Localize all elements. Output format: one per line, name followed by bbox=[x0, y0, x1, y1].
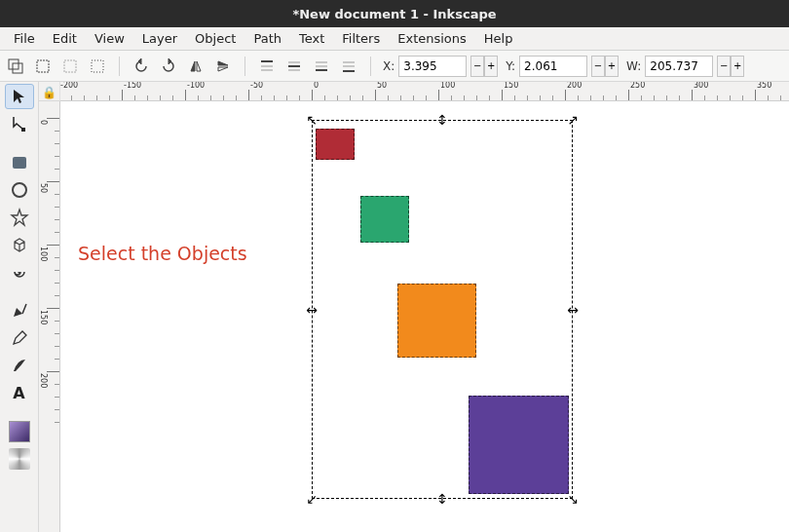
ruler-lock-corner[interactable]: 🔒 bbox=[39, 82, 60, 101]
svg-rect-1 bbox=[13, 63, 22, 73]
menu-help[interactable]: Help bbox=[476, 29, 521, 48]
svg-rect-3 bbox=[64, 60, 76, 72]
svg-rect-18 bbox=[13, 157, 26, 169]
gradient-tool[interactable] bbox=[5, 419, 34, 444]
w-decrement-button[interactable]: − bbox=[717, 56, 731, 77]
y-increment-button[interactable]: + bbox=[605, 56, 619, 77]
rectangle-tool[interactable] bbox=[5, 150, 34, 175]
ruler-tick: 100 bbox=[438, 82, 455, 100]
title-bar: *New document 1 - Inkscape bbox=[0, 0, 789, 27]
ruler-tick: 50 bbox=[375, 82, 387, 100]
x-decrement-button[interactable]: − bbox=[470, 56, 484, 77]
select-all-button[interactable] bbox=[33, 57, 53, 76]
ruler-tick: -200 bbox=[60, 82, 78, 100]
handle-nw[interactable]: ↖ bbox=[306, 114, 318, 126]
canvas[interactable]: Select the Objects ↖↕↗↔↘↕↙↔ bbox=[60, 101, 789, 532]
gradient-swatch-icon bbox=[9, 421, 30, 442]
flip-horizontal-button[interactable] bbox=[186, 57, 206, 76]
separator bbox=[370, 57, 371, 76]
svg-rect-2 bbox=[37, 60, 49, 72]
x-label: X: bbox=[383, 59, 394, 73]
ruler-tick: 250 bbox=[628, 82, 645, 100]
lock-icon: 🔒 bbox=[42, 86, 56, 99]
ellipse-tool[interactable] bbox=[5, 177, 34, 203]
ruler-tick: 50 bbox=[39, 181, 59, 193]
selector-tool[interactable] bbox=[5, 84, 34, 109]
menu-path[interactable]: Path bbox=[245, 29, 289, 48]
lower-button[interactable] bbox=[312, 57, 331, 76]
svg-rect-0 bbox=[9, 59, 19, 69]
flip-vertical-button[interactable] bbox=[213, 57, 233, 76]
spiral-tool[interactable] bbox=[5, 259, 34, 285]
menu-layer[interactable]: Layer bbox=[134, 29, 185, 48]
calligraphy-tool[interactable] bbox=[5, 353, 34, 378]
3dbox-tool[interactable] bbox=[5, 232, 34, 257]
select-all-layers-button[interactable] bbox=[6, 57, 25, 76]
rotate-ccw-button[interactable] bbox=[132, 57, 151, 76]
handle-se[interactable]: ↘ bbox=[567, 493, 579, 505]
handle-s[interactable]: ↕ bbox=[436, 493, 448, 505]
ruler-tick: 150 bbox=[502, 82, 518, 100]
separator bbox=[244, 57, 245, 76]
handle-n[interactable]: ↕ bbox=[436, 114, 448, 126]
green-square[interactable] bbox=[360, 196, 409, 243]
w-increment-button[interactable]: + bbox=[731, 56, 744, 77]
w-label: W: bbox=[626, 59, 641, 73]
ruler-tick: 200 bbox=[565, 82, 582, 100]
w-input[interactable] bbox=[645, 56, 713, 77]
y-label: Y: bbox=[506, 59, 515, 73]
y-input[interactable] bbox=[519, 56, 587, 77]
toggle-bbox-button[interactable] bbox=[88, 57, 107, 76]
svg-rect-17 bbox=[21, 128, 25, 132]
separator bbox=[119, 57, 120, 76]
deselect-button[interactable] bbox=[60, 57, 80, 76]
menu-text[interactable]: Text bbox=[291, 29, 332, 48]
x-input[interactable] bbox=[398, 56, 467, 77]
lower-to-bottom-button[interactable] bbox=[339, 57, 358, 76]
x-increment-button[interactable]: + bbox=[484, 56, 498, 77]
svg-point-19 bbox=[13, 183, 26, 197]
y-decrement-button[interactable]: − bbox=[591, 56, 605, 77]
menu-file[interactable]: File bbox=[6, 29, 43, 48]
star-tool[interactable] bbox=[5, 205, 34, 230]
ruler-tick: -100 bbox=[185, 82, 205, 100]
svg-rect-4 bbox=[92, 60, 103, 72]
handle-w[interactable]: ↔ bbox=[306, 304, 318, 316]
pencil-tool[interactable] bbox=[5, 325, 34, 351]
rotate-cw-button[interactable] bbox=[159, 57, 178, 76]
menu-filters[interactable]: Filters bbox=[334, 29, 388, 48]
orange-square[interactable] bbox=[397, 284, 476, 358]
menu-extensions[interactable]: Extensions bbox=[390, 29, 474, 48]
window-title: *New document 1 - Inkscape bbox=[292, 7, 496, 21]
purple-square[interactable] bbox=[469, 396, 569, 494]
ruler-tick: 350 bbox=[755, 82, 771, 100]
ruler-tick: 200 bbox=[39, 371, 59, 388]
ruler-tick: 0 bbox=[39, 118, 59, 125]
ruler-tick: -150 bbox=[122, 82, 141, 100]
horizontal-ruler: -200-150-100-50050100150200250300350 bbox=[60, 82, 789, 101]
menu-object[interactable]: Object bbox=[187, 29, 244, 48]
ruler-tick: 100 bbox=[39, 245, 59, 261]
ruler-tick: 150 bbox=[39, 308, 59, 324]
vertical-ruler: 050100150200 bbox=[39, 101, 60, 532]
menu-bar: File Edit View Layer Object Path Text Fi… bbox=[0, 27, 789, 51]
handle-e[interactable]: ↔ bbox=[567, 304, 579, 316]
pen-tool[interactable] bbox=[5, 298, 34, 323]
toolbox: A bbox=[0, 82, 39, 532]
menu-edit[interactable]: Edit bbox=[45, 29, 85, 48]
handle-ne[interactable]: ↗ bbox=[567, 114, 579, 126]
menu-view[interactable]: View bbox=[87, 29, 132, 48]
ruler-tick: 300 bbox=[692, 82, 708, 100]
node-tool[interactable] bbox=[5, 111, 34, 136]
swirl-icon bbox=[9, 448, 30, 470]
raise-to-top-button[interactable] bbox=[257, 57, 277, 76]
tweak-tool[interactable] bbox=[5, 446, 34, 472]
annotation-text: Select the Objects bbox=[78, 243, 247, 264]
ruler-tick: 0 bbox=[312, 82, 319, 100]
text-tool[interactable]: A bbox=[5, 380, 34, 405]
main-area: A 🔒 -200-150-100-50050100150200250300350… bbox=[0, 82, 789, 532]
tool-options-bar: X: − + Y: − + W: − + bbox=[0, 51, 789, 82]
raise-button[interactable] bbox=[284, 57, 304, 76]
handle-sw[interactable]: ↙ bbox=[306, 493, 318, 505]
red-square[interactable] bbox=[316, 129, 355, 160]
